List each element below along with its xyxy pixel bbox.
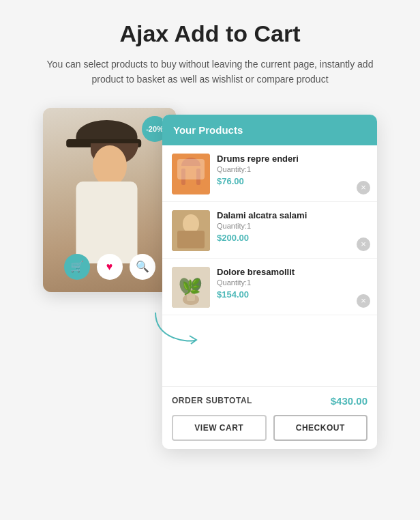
cart-item-quantity: Quantity:1 (217, 165, 368, 173)
cart-item: Dalami alcatra salami Quantity:1 $200.00… (162, 202, 377, 259)
svg-point-6 (183, 214, 199, 233)
cart-footer: ORDER SUBTOTAL $430.00 VIEW CART CHECKOU… (162, 386, 377, 449)
cart-item-name: Dalami alcatra salami (217, 210, 368, 220)
cart-items-list[interactable]: Drums repre enderi Quantity:1 $76.00 × D… (162, 145, 377, 386)
cart-item-name: Drums repre enderi (217, 154, 368, 164)
cart-item-quantity: Quantity:1 (217, 278, 368, 287)
cart-item-image (172, 154, 210, 194)
svg-rect-3 (181, 169, 185, 185)
svg-rect-0 (172, 154, 210, 194)
cart-item-price: $154.00 (217, 289, 368, 300)
cart-item: Drums repre enderi Quantity:1 $76.00 × (162, 145, 377, 202)
cart-panel: Your Products Drums repre enderi Q (162, 115, 377, 449)
checkout-button[interactable]: CHECKOUT (273, 415, 368, 441)
view-cart-button[interactable]: VIEW CART (172, 415, 267, 441)
cart-item-price: $76.00 (217, 176, 368, 186)
remove-item-button[interactable]: × (357, 181, 370, 194)
cart-item-info: Dolore bresamollit Quantity:1 $154.00 (217, 267, 368, 300)
page-subtitle: You can select products to buy without l… (33, 57, 387, 87)
cart-item-image (172, 267, 210, 308)
cart-header: Your Products (162, 115, 377, 145)
svg-point-1 (181, 158, 200, 174)
cart-item-info: Dalami alcatra salami Quantity:1 $200.00 (217, 210, 368, 243)
add-to-wishlist-button[interactable]: ♥ (97, 254, 123, 280)
quick-view-button[interactable]: 🔍 (130, 254, 155, 280)
remove-item-button[interactable]: × (357, 294, 370, 308)
cart-item-quantity: Quantity:1 (217, 222, 368, 230)
svg-rect-10 (187, 287, 195, 301)
page-title: Ajax Add to Cart (119, 20, 300, 47)
subtotal-label: ORDER SUBTOTAL (172, 396, 252, 405)
cart-item-name: Dolore bresamollit (217, 267, 368, 277)
cart-item-image (172, 210, 210, 251)
remove-item-button[interactable]: × (357, 237, 370, 251)
subtotal-amount: $430.00 (331, 395, 368, 407)
order-subtotal: ORDER SUBTOTAL $430.00 (172, 395, 368, 407)
cart-item-info: Drums repre enderi Quantity:1 $76.00 (217, 154, 368, 186)
cart-action-buttons: VIEW CART CHECKOUT (172, 415, 368, 441)
demo-container: -20% 🛒 ♥ 🔍 Your Products (43, 108, 377, 456)
cart-item-price: $200.00 (217, 233, 368, 243)
product-actions: 🛒 ♥ 🔍 (43, 254, 176, 280)
svg-rect-4 (196, 169, 200, 185)
add-to-cart-button[interactable]: 🛒 (64, 254, 90, 280)
product-card: -20% 🛒 ♥ 🔍 (43, 108, 176, 292)
arrow-indicator (149, 306, 203, 349)
svg-rect-7 (177, 231, 205, 248)
